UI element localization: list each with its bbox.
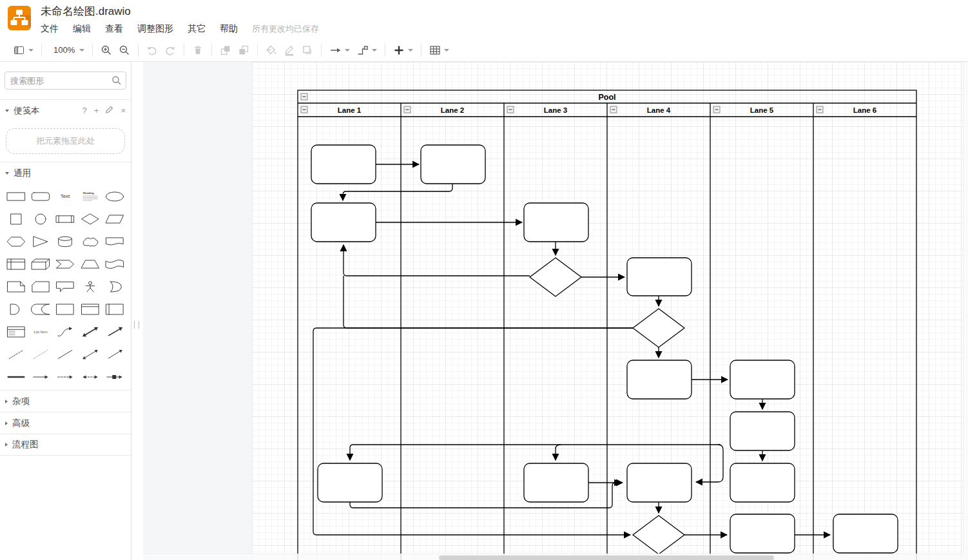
connection-button[interactable]: [329, 44, 350, 56]
flow-node-n8-rounded[interactable]: [627, 360, 692, 399]
shape-and[interactable]: [4, 302, 28, 316]
line-color-button[interactable]: [284, 44, 295, 56]
shape-dashed-line[interactable]: [4, 347, 28, 361]
zoom-in-button[interactable]: [101, 44, 112, 56]
scratchpad-close-button[interactable]: ×: [121, 106, 126, 115]
shape-triangle[interactable]: [28, 235, 53, 248]
horizontal-scrollbar-thumb[interactable]: [439, 555, 774, 560]
shape-dashed-bidirectional-arrow[interactable]: [78, 370, 102, 383]
shape-cylinder[interactable]: [53, 235, 77, 248]
shape-dashed-arrow[interactable]: [53, 370, 77, 383]
shape-arrow[interactable]: [102, 325, 127, 338]
pool-title[interactable]: Pool: [598, 93, 615, 102]
undo-button[interactable]: [146, 44, 158, 56]
shape-process[interactable]: [53, 212, 77, 226]
shape-line[interactable]: [53, 347, 77, 361]
shape-arrow-thin[interactable]: [28, 370, 53, 383]
menu-item-3[interactable]: 调整图形: [137, 23, 173, 35]
shape-internal-storage[interactable]: [4, 257, 28, 271]
shape-list-item[interactable]: List Item: [28, 325, 53, 338]
shape-data-storage[interactable]: [28, 302, 53, 316]
shape-bidirectional-connector[interactable]: [78, 347, 102, 361]
insert-button[interactable]: [393, 44, 413, 56]
shape-list[interactable]: [4, 325, 28, 338]
lane-title[interactable]: Lane 6: [853, 106, 876, 114]
shape-or[interactable]: [102, 280, 127, 293]
section-misc[interactable]: 杂项: [0, 390, 131, 412]
lane-collapse-button[interactable]: [610, 106, 617, 113]
fill-color-button[interactable]: [266, 44, 277, 56]
menu-item-5[interactable]: 帮助: [220, 23, 238, 35]
shape-document[interactable]: [102, 235, 127, 248]
shape-diamond[interactable]: [78, 212, 102, 226]
lane-title[interactable]: Lane 4: [647, 106, 671, 114]
flow-node-n9-rounded[interactable]: [730, 360, 795, 399]
shape-dotted-line[interactable]: [28, 347, 53, 361]
shape-step[interactable]: [53, 257, 77, 271]
shape-hexagon[interactable]: [4, 235, 28, 248]
shape-actor[interactable]: [78, 280, 102, 293]
shape-directional-connector[interactable]: [102, 347, 127, 361]
shape-container[interactable]: [53, 302, 77, 316]
zoom-out-button[interactable]: [119, 44, 130, 56]
to-back-button[interactable]: [238, 44, 249, 56]
menu-item-4[interactable]: 其它: [188, 23, 206, 35]
waypoints-button[interactable]: [356, 44, 377, 56]
flow-node-n2-rounded[interactable]: [421, 145, 485, 184]
shape-rectangle[interactable]: [4, 189, 28, 203]
lane-collapse-button[interactable]: [404, 106, 411, 113]
flow-node-n3-rounded[interactable]: [311, 203, 376, 242]
vertical-scrollbar[interactable]: [963, 62, 968, 554]
lane-title[interactable]: Lane 3: [544, 106, 567, 114]
flow-node-n1-rounded[interactable]: [311, 145, 376, 184]
menu-item-0[interactable]: 文件: [41, 23, 59, 35]
flow-node-n17-rounded[interactable]: [833, 514, 898, 553]
scratchpad-help-button[interactable]: ?: [82, 106, 87, 115]
flow-node-n4-rounded[interactable]: [524, 203, 588, 242]
table-button[interactable]: [429, 44, 449, 56]
shape-rounded-rectangle[interactable]: [28, 189, 53, 203]
search-input[interactable]: [5, 72, 126, 90]
scratchpad-section-header[interactable]: 便笺本 ? + ×: [0, 99, 131, 121]
shape-vertical-container[interactable]: [78, 302, 102, 316]
shape-tape[interactable]: [102, 257, 127, 271]
shape-textbox[interactable]: Heading: [78, 189, 102, 203]
lane-collapse-button[interactable]: [301, 106, 307, 113]
shape-parallelogram[interactable]: [102, 212, 127, 226]
shape-ellipse[interactable]: [102, 189, 127, 203]
section-general[interactable]: 通用: [0, 162, 131, 184]
lane-title[interactable]: Lane 5: [750, 106, 774, 114]
horizontal-scrollbar[interactable]: [143, 554, 963, 560]
shape-note[interactable]: [4, 280, 28, 293]
sidebar-collapse-handle[interactable]: [134, 321, 139, 329]
shape-cube[interactable]: [28, 257, 53, 271]
shape-curve[interactable]: [53, 325, 77, 338]
flow-node-n11-rounded[interactable]: [318, 463, 382, 502]
view-button[interactable]: [14, 44, 34, 56]
lane-collapse-button[interactable]: [817, 106, 823, 113]
shape-circle[interactable]: [28, 212, 53, 226]
flow-node-n12-rounded[interactable]: [524, 463, 588, 502]
shape-cloud[interactable]: [78, 235, 102, 248]
shape-square[interactable]: [4, 212, 28, 226]
flow-node-n13-rounded[interactable]: [627, 463, 692, 502]
shape-bidirectional-arrow[interactable]: [78, 325, 102, 338]
pool-collapse-button[interactable]: [301, 93, 307, 100]
shadow-button[interactable]: [302, 44, 313, 56]
flow-node-n6-rounded[interactable]: [627, 258, 692, 296]
flow-node-n14-rounded[interactable]: [730, 463, 795, 502]
lane-collapse-button[interactable]: [713, 106, 720, 113]
section-advanced[interactable]: 高级: [0, 412, 131, 434]
flow-node-n10-rounded[interactable]: [730, 412, 795, 450]
zoom-level-button[interactable]: 100%: [50, 45, 84, 55]
scratchpad-add-button[interactable]: +: [94, 106, 99, 115]
lane-collapse-button[interactable]: [507, 106, 514, 113]
diagram-canvas[interactable]: Lane 1Lane 2Lane 3Lane 4Lane 5Lane 6Pool: [143, 62, 968, 560]
shape-horizontal-container[interactable]: [102, 302, 127, 316]
section-flowchart[interactable]: 流程图: [0, 434, 131, 456]
lane-title[interactable]: Lane 2: [441, 106, 464, 114]
shape-labeled-arrow[interactable]: [102, 370, 127, 383]
lane-title[interactable]: Lane 1: [338, 106, 362, 114]
shape-link[interactable]: [4, 370, 28, 383]
sidebar-resize-gutter[interactable]: [131, 62, 143, 560]
